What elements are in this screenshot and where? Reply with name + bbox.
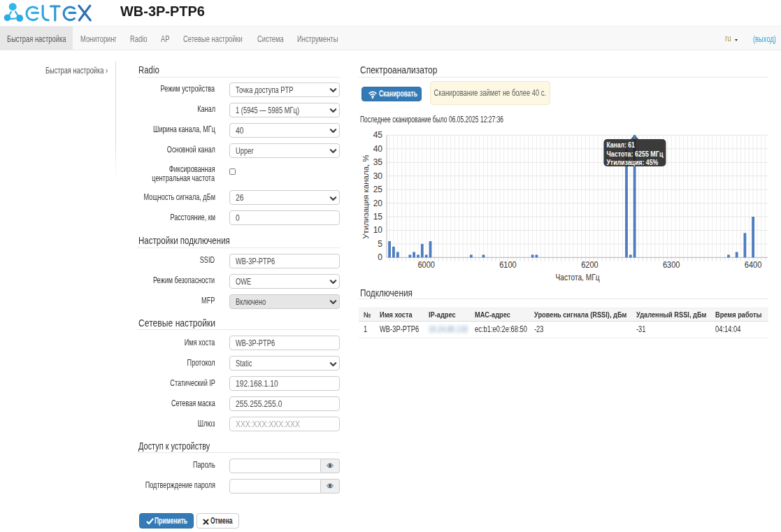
svg-text:5: 5 <box>378 239 382 249</box>
svg-text:Частота: 6255 МГц: Частота: 6255 МГц <box>606 150 663 158</box>
svg-text:10: 10 <box>373 225 383 235</box>
svg-text:6100: 6100 <box>499 260 517 270</box>
svg-text:15: 15 <box>373 212 383 222</box>
svg-text:6300: 6300 <box>663 260 680 270</box>
svg-text:30: 30 <box>373 171 383 181</box>
svg-text:Частота, МГц: Частота, МГц <box>556 273 600 282</box>
svg-text:Канал: 61: Канал: 61 <box>606 141 634 149</box>
svg-text:35: 35 <box>373 157 383 167</box>
svg-text:6400: 6400 <box>745 260 762 270</box>
svg-text:20: 20 <box>373 199 383 208</box>
svg-text:0: 0 <box>378 252 382 262</box>
svg-text:6000: 6000 <box>417 260 435 270</box>
svg-text:6200: 6200 <box>581 260 599 270</box>
svg-text:Утилизация: 45%: Утилизация: 45% <box>606 158 658 166</box>
svg-text:25: 25 <box>373 185 383 194</box>
svg-text:Утилизация канала, %: Утилизация канала, % <box>361 154 370 238</box>
svg-text:45: 45 <box>373 130 383 140</box>
svg-text:40: 40 <box>373 144 383 154</box>
